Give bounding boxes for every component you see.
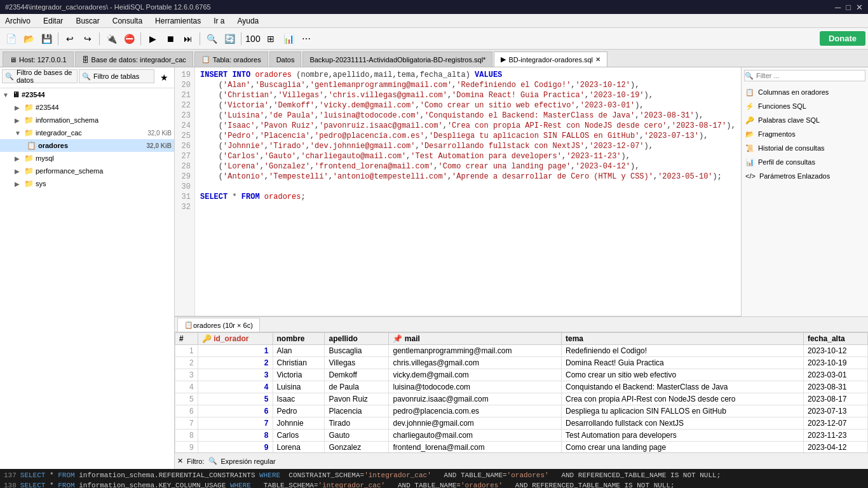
cell-mail: gentlemanprogramming@mail.com <box>389 345 562 357</box>
tab-datos[interactable]: Datos <box>269 51 302 67</box>
cell-nombre: Christian <box>273 357 325 369</box>
right-tools-search-input[interactable] <box>754 71 865 81</box>
minimize-btn[interactable]: ─ <box>835 3 841 12</box>
editor-area: 1920212223242526272829303132 INSERT INTO… <box>175 67 868 316</box>
sql-editor-content: 1920212223242526272829303132 INSERT INTO… <box>175 67 741 316</box>
toolbar-100[interactable]: 100 <box>245 30 261 47</box>
close-btn[interactable]: ✕ <box>856 3 863 12</box>
menu-consulta[interactable]: Consulta <box>110 15 145 27</box>
tree-item-23544[interactable]: ▶ 📁 #23544 <box>0 101 174 114</box>
tree-oradores-size: 32,0 KiB <box>147 142 174 149</box>
toolbar-chart[interactable]: 📊 <box>280 30 297 47</box>
tab-table[interactable]: 📋 Tabla: oradores <box>194 51 268 67</box>
toolbar-stop[interactable]: ⏹ <box>162 30 179 47</box>
toolbar-refresh[interactable]: 🔄 <box>221 30 238 47</box>
cell-apellido: Gauto <box>325 430 389 442</box>
right-tools-keywords[interactable]: 🔑 Palabras clave SQL <box>744 113 865 127</box>
tree-item-mysql[interactable]: ▶ 📁 mysql <box>0 152 174 165</box>
toolbar-sep2 <box>99 32 100 45</box>
toolbar-redo[interactable]: ↪ <box>79 30 96 47</box>
right-tools-filter[interactable]: 🔍 <box>744 70 865 81</box>
cell-tema: Despliega tu aplicacion SIN FALLOS en Gi… <box>562 405 804 417</box>
cell-tema: Crea con propia API-Rest con NodeJS desd… <box>562 393 804 405</box>
table-row[interactable]: 3 3 Victoria Demkoff vicky.dem@gmail.com… <box>175 369 868 381</box>
sidebar-star-btn[interactable]: ★ <box>156 69 172 86</box>
filter-close-btn[interactable]: ✕ <box>177 457 183 465</box>
tab-host[interactable]: 🖥 Host: 127.0.0.1 <box>3 51 74 67</box>
donate-button[interactable]: Donate <box>820 31 865 46</box>
filter-db-btn[interactable]: 🔍 Filtro de bases de datos <box>2 69 78 83</box>
toolbar-step[interactable]: ⏭ <box>180 30 196 47</box>
col-mail[interactable]: 📌 mail <box>389 333 562 345</box>
col-nombre[interactable]: nombre <box>273 333 325 345</box>
code-content[interactable]: INSERT INTO oradores (nombre,apellido,ma… <box>195 67 741 316</box>
toolbar-more[interactable]: ⋯ <box>298 30 315 47</box>
cell-tema: Redefiniendo el Codigo! <box>562 345 804 357</box>
table-row[interactable]: 8 8 Carlos Gauto charliegauto@mail.com T… <box>175 430 868 442</box>
toolbar-grid[interactable]: ⊞ <box>262 30 279 47</box>
tree-item-integrador[interactable]: ▼ 📁 integrador_cac 32,0 KiB <box>0 126 174 139</box>
toolbar-undo[interactable]: ↩ <box>62 30 78 47</box>
sql-editor[interactable]: 1920212223242526272829303132 INSERT INTO… <box>175 67 741 316</box>
menu-editar[interactable]: Editar <box>41 15 65 27</box>
tree-perf-icon: 📁 <box>24 166 34 175</box>
cell-apellido: Demkoff <box>325 369 389 381</box>
toolbar-search[interactable]: 🔍 <box>203 30 220 47</box>
fragments-label: Fragmentos <box>758 130 796 138</box>
tab-bd-close[interactable]: ✕ <box>595 56 600 63</box>
results-tab-oradores[interactable]: 📋 oradores (10r × 6c) <box>177 318 260 332</box>
pk-icon: 🔑 <box>202 334 212 343</box>
table-row[interactable]: 5 5 Isaac Pavon Ruiz pavonruiz.isaac@gma… <box>175 393 868 405</box>
toolbar-open[interactable]: 📂 <box>20 30 37 47</box>
right-tools-profile[interactable]: 📊 Perfil de consultas <box>744 155 865 169</box>
tree-root[interactable]: ▼ 🖥 #23544 <box>0 88 174 101</box>
right-tools-params[interactable]: </> Parámetros Enlazados <box>744 169 865 183</box>
col-fecha[interactable]: fecha_alta <box>803 333 867 345</box>
right-tools-fragments[interactable]: 📂 Fragmentos <box>744 127 865 141</box>
tab-table-icon: 📋 <box>201 55 210 64</box>
tree-perf-arrow: ▶ <box>15 168 22 175</box>
cell-nombre: Luisina <box>273 381 325 393</box>
right-panel: 1920212223242526272829303132 INSERT INTO… <box>175 67 868 469</box>
col-id[interactable]: 🔑 id_orador <box>198 333 273 345</box>
tree-integrador-arrow: ▼ <box>15 130 22 137</box>
toolbar-new[interactable]: 📄 <box>3 30 19 47</box>
tab-datos-label: Datos <box>276 56 295 64</box>
toolbar-disconnect[interactable]: ⛔ <box>121 30 137 47</box>
toolbar-save[interactable]: 💾 <box>38 30 55 47</box>
toolbar-sep1 <box>58 32 58 45</box>
menu-ayuda[interactable]: Ayuda <box>234 15 261 27</box>
filter-tables-btn[interactable]: 🔍 Filtro de tablas <box>79 69 154 83</box>
col-tema[interactable]: tema <box>562 333 804 345</box>
menu-buscar[interactable]: Buscar <box>73 15 102 27</box>
col-apellido[interactable]: apellido <box>325 333 389 345</box>
cell-nombre: Victoria <box>273 369 325 381</box>
table-row[interactable]: 7 7 Johnnie Tirado dev.johnnie@gmail.com… <box>175 417 868 430</box>
right-tools-history[interactable]: 📜 Historial de consultas <box>744 141 865 155</box>
table-row[interactable]: 2 2 Christian Villegas chris.villegas@gm… <box>175 357 868 369</box>
maximize-btn[interactable]: □ <box>846 3 851 12</box>
menu-herramientas[interactable]: Herramientas <box>153 15 203 27</box>
cell-rownum: 2 <box>175 357 198 369</box>
tab-backup[interactable]: Backup-20231111-ActividadObligatoria-BD-… <box>302 51 492 67</box>
table-row[interactable]: 4 4 Luisina de Paula luisina@todocode.co… <box>175 381 868 393</box>
tab-bd-sql[interactable]: ▶ BD-integrador-oradores.sql ✕ <box>494 51 607 67</box>
toolbar-connect[interactable]: 🔌 <box>103 30 119 47</box>
right-tools-sql-functions[interactable]: ⚡ Funciones SQL <box>744 99 865 113</box>
tree-item-info-schema[interactable]: ▶ 📁 information_schema <box>0 114 174 126</box>
tree-item-oradores[interactable]: 📋 oradores 32,0 KiB <box>0 139 174 152</box>
menu-archivo[interactable]: Archivo <box>3 15 33 27</box>
menu-ira[interactable]: Ir a <box>211 15 227 27</box>
right-tools-columns[interactable]: 📋 Columnas en oradores <box>744 85 865 99</box>
toolbar-run[interactable]: ▶ <box>144 30 161 47</box>
cell-id: 4 <box>198 381 273 393</box>
table-row[interactable]: 9 9 Lorena Gonzalez frontend_lorena@mail… <box>175 442 868 453</box>
tab-db[interactable]: 🗄 Base de datos: integrador_cac <box>75 51 193 67</box>
history-label: Historial de consultas <box>758 144 825 152</box>
tree-item-sys[interactable]: ▶ 📁 sys <box>0 177 174 190</box>
table-row[interactable]: 6 6 Pedro Placencia pedro@placencia.com.… <box>175 405 868 417</box>
data-table-container[interactable]: # 🔑 id_orador nombre apellido 📌 mail tem… <box>175 332 868 452</box>
table-row[interactable]: 1 1 Alan Buscaglia gentlemanprogramming@… <box>175 345 868 357</box>
tree-item-perf[interactable]: ▶ 📁 performance_schema <box>0 165 174 177</box>
right-tools-search-icon: 🔍 <box>745 72 754 80</box>
